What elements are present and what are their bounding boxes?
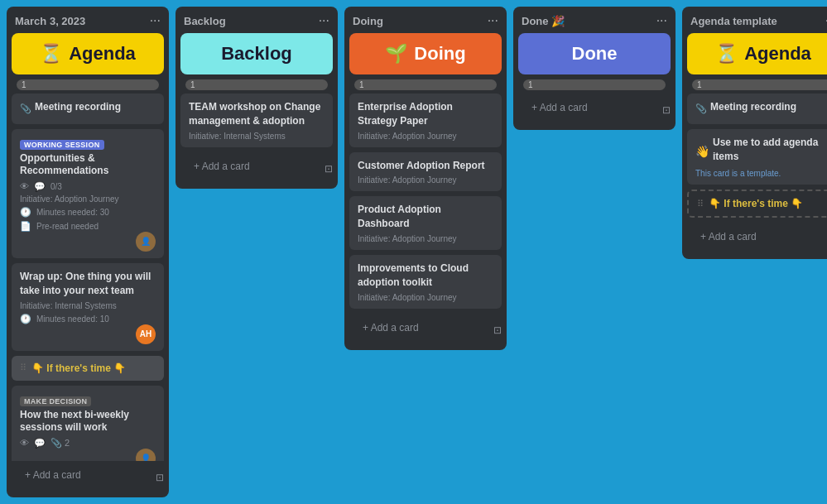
card-title-customer: Customer Adoption Report: [358, 159, 493, 173]
banner-label-backlog: Backlog: [221, 43, 292, 65]
archive-icon-done[interactable]: ⊡: [662, 104, 671, 116]
column-done: Done 🎉 ··· Done 1 + Add a card ⊡: [513, 7, 676, 130]
column-menu-doing[interactable]: ···: [488, 13, 498, 28]
add-card-row-done: + Add a card ⊡: [513, 94, 676, 130]
initiative-customer: Initiative: Adoption Journey: [358, 175, 493, 185]
expand-icon-template: ⠿: [697, 199, 704, 209]
column-banner-agenda-template: ⏳ Agenda: [687, 33, 827, 74]
card-title-decision: How the next bi-weekly sessions will wor…: [20, 409, 156, 434]
add-card-row-doing: + Add a card ⊡: [344, 314, 507, 350]
avatar-wrapup: AH: [136, 324, 156, 344]
column-doing: Doing ··· 🌱 Doing 1 Enterprise Adoption …: [344, 7, 507, 350]
card-customer-adoption[interactable]: Customer Adoption Report Initiative: Ado…: [349, 152, 502, 192]
card-cloud-adoption[interactable]: Improvements to Cloud adoption toolkit I…: [349, 255, 502, 309]
column-header-doing: Doing ···: [344, 7, 507, 33]
badge-decision: MAKE DECISION: [20, 396, 91, 406]
card-meeting-recording-1[interactable]: 📎 Meeting recording: [12, 94, 164, 124]
clip-icon-template: 📎: [695, 103, 707, 114]
initiative-enterprise: Initiative: Adoption Journey: [358, 132, 493, 141]
column-header-agenda: March 3, 2023 ···: [7, 7, 169, 33]
wave-icon: 👋: [695, 145, 709, 158]
column-content-backlog: 1 TEAM workshop on Change management & a…: [175, 79, 338, 152]
column-menu-done[interactable]: ···: [656, 13, 667, 28]
count-badge-agenda-template: 1: [692, 79, 827, 90]
column-title-done: Done 🎉: [522, 15, 565, 27]
card-enterprise-adoption[interactable]: Enterprise Adoption Strategy Paper Initi…: [349, 94, 502, 147]
clip-icon: 📎: [20, 103, 31, 114]
card-title-product: Product Adoption Dashboard: [358, 203, 493, 231]
banner-label-done: Done: [572, 43, 618, 65]
minutes-ws: Minutes needed: 30: [36, 208, 109, 217]
column-banner-backlog: Backlog: [180, 33, 333, 74]
add-card-btn-done[interactable]: + Add a card: [523, 97, 596, 118]
column-header-backlog: Backlog ···: [175, 7, 338, 33]
column-banner-done: Done: [518, 33, 671, 74]
initiative-team-workshop: Initiative: Internal Systems: [189, 132, 325, 141]
column-content-agenda-template: 1 📎 Meeting recording 👋 Use me to add ag…: [682, 79, 827, 223]
column-banner-doing: 🌱 Doing: [349, 33, 502, 74]
count-badge-done: 1: [523, 79, 666, 90]
clock-icon-wu: 🕐: [20, 314, 31, 324]
add-card-btn-backlog[interactable]: + Add a card: [185, 156, 258, 177]
card-meeting-recording-2[interactable]: 📎 Meeting recording: [687, 94, 827, 124]
add-card-btn-agenda[interactable]: + Add a card: [17, 464, 89, 486]
card-title-cloud: Improvements to Cloud adoption toolkit: [358, 262, 493, 290]
count-badge-doing: 1: [354, 79, 497, 90]
section-divider-agenda-template: ⠿ 👇 If there's time 👇: [687, 190, 827, 218]
archive-icon-backlog[interactable]: ⊡: [325, 163, 333, 175]
column-header-agenda-template: Agenda template ···: [682, 7, 827, 33]
initiative-product: Initiative: Adoption Journey: [358, 234, 493, 243]
card-decision[interactable]: MAKE DECISION How the next bi-weekly ses…: [12, 386, 164, 461]
column-banner-agenda: ⏳ Agenda: [12, 33, 164, 74]
card-title-working-session: Opportunities & Recommendations: [20, 152, 156, 178]
archive-icon-agenda[interactable]: ⊡: [156, 472, 164, 483]
add-card-row-backlog: + Add a card ⊡: [175, 152, 338, 189]
hourglass-icon: ⏳: [40, 43, 62, 65]
column-title-agenda: March 3, 2023: [15, 15, 85, 27]
column-agenda-template: Agenda template ··· ⏳ Agenda 1 📎 Meeting…: [682, 7, 827, 259]
column-agenda: March 3, 2023 ··· ⏳ Agenda 1 📎 Meeting r…: [7, 7, 169, 497]
add-card-row-agenda-template: + Add a card ⊡: [682, 223, 827, 259]
column-title-backlog: Backlog: [184, 15, 226, 27]
template-note-text: This card is a template.: [695, 169, 827, 178]
expand-icon-agenda: ⠿: [20, 362, 26, 373]
column-content-agenda: 1 📎 Meeting recording WORKING SESSION Op…: [7, 79, 169, 461]
preread-ws: Pre-read needed: [36, 222, 99, 231]
card-title-meeting-recording-1: Meeting recording: [35, 100, 121, 114]
initiative-ws: Initiative: Adoption Journey: [20, 194, 156, 204]
card-title-wrapup: Wrap up: One thing you will take into yo…: [20, 270, 156, 298]
add-card-row-agenda: + Add a card ⊡: [7, 461, 169, 497]
banner-label-agenda: Agenda: [69, 43, 136, 65]
archive-icon-doing[interactable]: ⊡: [493, 324, 502, 336]
column-content-done: 1: [513, 79, 676, 94]
sprout-icon: 🌱: [385, 43, 407, 65]
minutes-wrapup: Minutes needed: 10: [36, 314, 109, 324]
card-title-team-workshop: TEAM workshop on Change management & ado…: [189, 100, 325, 128]
initiative-cloud: Initiative: Adoption Journey: [358, 293, 493, 302]
card-product-dashboard[interactable]: Product Adoption Dashboard Initiative: A…: [349, 196, 502, 250]
chat-icon-dec: 💬: [34, 438, 46, 449]
column-header-done: Done 🎉 ···: [513, 7, 676, 33]
card-template-note[interactable]: 👋 Use me to add agenda items This card i…: [687, 129, 827, 185]
hourglass-icon-template: ⏳: [715, 43, 738, 65]
column-menu-agenda[interactable]: ···: [150, 13, 161, 28]
board: March 3, 2023 ··· ⏳ Agenda 1 📎 Meeting r…: [0, 0, 827, 504]
chat-icon-ws: 💬: [34, 181, 46, 192]
card-wrapup[interactable]: Wrap up: One thing you will take into yo…: [12, 263, 164, 351]
avatar-decision: 👤: [136, 449, 156, 461]
section-label-agenda: 👇 If there's time 👇: [31, 362, 126, 374]
avatar-ws: 👤: [136, 232, 156, 252]
badge-working-session: WORKING SESSION: [20, 140, 104, 150]
banner-label-doing: Doing: [414, 43, 465, 65]
card-team-workshop[interactable]: TEAM workshop on Change management & ado…: [180, 94, 333, 147]
banner-label-agenda-template: Agenda: [744, 43, 811, 65]
card-title-enterprise: Enterprise Adoption Strategy Paper: [358, 100, 493, 128]
column-title-doing: Doing: [353, 15, 383, 27]
counter-ws: 0/3: [50, 182, 62, 191]
column-menu-backlog[interactable]: ···: [319, 13, 329, 28]
card-working-session[interactable]: WORKING SESSION Opportunities & Recommen…: [12, 129, 164, 258]
preread-icon-ws: 📄: [20, 221, 31, 232]
clip-icon-dec: 📎 2: [50, 438, 70, 449]
add-card-btn-agenda-template[interactable]: + Add a card: [692, 226, 765, 247]
add-card-btn-doing[interactable]: + Add a card: [354, 317, 427, 338]
